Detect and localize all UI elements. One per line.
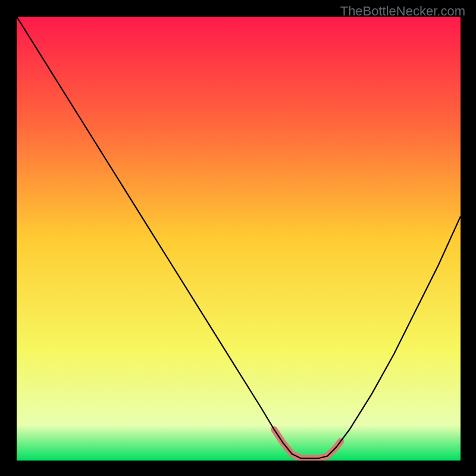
chart-background xyxy=(17,17,461,461)
chart-plot-area xyxy=(17,17,461,461)
chart-svg xyxy=(17,17,461,461)
